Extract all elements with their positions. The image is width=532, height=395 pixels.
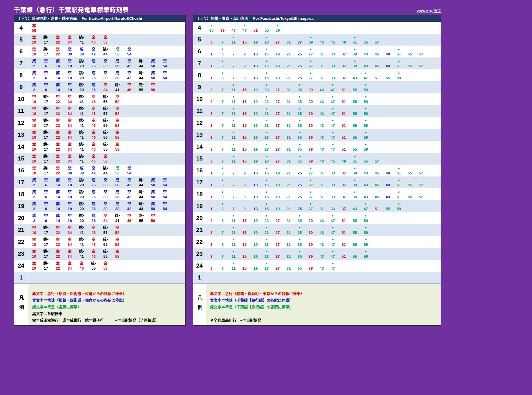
destination-line: 空 [123,201,135,206]
minute-value: 23 [261,242,272,247]
train-cell: 空54 [123,46,135,57]
train-cell: ●47 [327,237,338,248]
origin-line [206,58,217,64]
hour-label: 22 [14,236,28,248]
origin-line: ● [261,237,272,242]
train-cell: 37 [338,70,349,81]
hour-label: 15 [193,153,206,165]
destination-label: 成 [92,71,95,75]
origin-line: ● [294,213,305,218]
origin-line: ● [217,46,228,52]
train-cell: ●59 [360,130,371,141]
destination-line: 銚● [76,70,88,75]
origin-dot-icon: ● [83,202,84,205]
destination-label: 空 [68,237,72,241]
hour-label: 1 [14,272,28,284]
train-cell: 31 [316,70,327,81]
origin-line: ● [261,225,272,230]
minute-value: 50 [147,206,159,212]
origin-dot-icon: ● [266,178,268,182]
train-cell: 49 [382,46,393,57]
train-cell: 成2 [28,213,40,224]
destination-label: 空 [104,190,107,194]
train-cell: 27 [272,142,283,153]
destination-line: 空 [40,189,52,194]
minute-value: 19 [250,123,261,128]
destination-line: 成 [111,165,123,171]
origin-line [206,82,217,87]
origin-line [360,189,371,194]
destination-line: 銚● [99,46,111,52]
minute-value: 22 [52,52,64,57]
train-cell: 空10 [28,118,40,129]
minute-value: 3 [217,206,228,212]
destination-label: 成 [138,213,142,218]
minute-value: 7 [217,159,228,164]
train-cell: 27 [272,213,283,224]
minute-value: 54 [159,64,171,69]
train-cell: 7 [217,213,228,224]
origin-dot-icon: ● [266,214,268,217]
train-cell: ●23 [261,225,272,236]
minute-value: 43 [316,242,327,247]
origin-line [349,237,360,242]
train-cell: 27 [272,261,283,272]
destination-label: 銚 [43,166,47,170]
train-cell: ●35 [294,213,305,224]
destination-line: 空 [111,106,123,111]
train-cell: 13 [250,177,261,188]
minute-value: 9 [239,194,250,200]
origin-line [305,154,316,159]
destination-label: 銚 [43,118,47,122]
destination-line: 成 [111,58,123,64]
destination-line: 銚● [40,94,52,99]
destination-line: 空 [64,261,76,266]
train-cell: ●3 [217,46,228,57]
train-cell: ●23 [261,249,272,260]
minute-value: 58 [111,123,123,128]
train-cell: 51 [338,130,349,141]
minute-value: 27 [272,40,283,45]
minute-value: 3 [206,230,217,235]
destination-label: 空 [44,201,48,206]
legend-lines-up: 赤文字＝急行（船橋・錦糸町・東京からの各駅に停車）青文字＝快速（千葉線【急行線】… [206,284,441,325]
origin-line [283,142,294,147]
minute-value: 27 [305,206,316,212]
origin-line [239,154,250,159]
minute-value: 6 [40,87,52,93]
minute-value: 26 [88,183,99,188]
train-cell: ●11 [228,237,239,248]
origin-line: ● [360,130,371,135]
train-cell: 空22 [52,249,64,260]
origin-line [305,82,316,87]
train-cells: 1●37913●15192125●27313337●39434549●51555… [206,165,426,176]
destination-label: 空 [68,178,72,182]
minute-value: 58 [28,28,40,33]
destination-label: 空 [163,178,167,182]
destination-line: 銚● [40,225,52,230]
train-cell: 成●55 [135,82,147,93]
minute-value: 31 [316,75,327,81]
train-cell: 7 [228,46,239,57]
origin-dot-icon: ● [266,95,268,98]
origin-dot-icon: ● [332,143,334,146]
minute-value: 30 [99,75,111,81]
destination-line: 空 [64,118,76,123]
destination-line: 成 [28,58,40,64]
minute-value: 55 [404,52,415,57]
minute-value: 31 [283,123,294,128]
train-cell: ●47 [327,261,338,272]
origin-line [217,237,228,242]
destination-label: 成 [92,213,95,218]
origin-line [338,249,349,254]
origin-line [338,142,349,147]
train-cell: 31 [283,249,294,260]
origin-line [250,23,261,28]
origin-line: ● [228,118,239,123]
train-cells: 37●111519●232731●3539434549●515557 [206,153,382,165]
train-cell: 7 [217,237,228,248]
origin-line [316,35,327,40]
origin-dot-icon: ● [233,154,235,158]
train-cell: 空34 [64,237,76,248]
origin-line: ● [305,189,316,194]
